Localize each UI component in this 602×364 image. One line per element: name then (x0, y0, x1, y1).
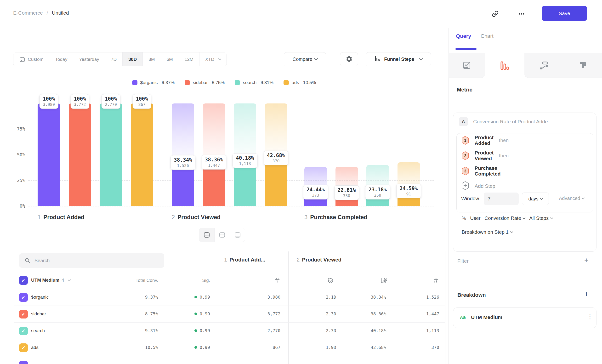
bar-value-label: 22.81%330 (334, 185, 359, 200)
bar-count: 258 (368, 193, 387, 198)
metric-name-row[interactable]: A Conversion Rate of Product Adde... (459, 117, 552, 126)
bar-conversion-pct: 38.36% (205, 157, 223, 163)
column-header-sig[interactable]: Sig. (157, 278, 210, 283)
table-only-view-icon (234, 231, 241, 238)
chevron-down-icon (523, 216, 526, 219)
query-step-2[interactable]: 2Product Viewedthen (461, 150, 509, 161)
cell-step1-count: 2,770 (228, 328, 280, 333)
cell-significance: 0.99 (157, 328, 210, 333)
funnel-bar-ads-step2[interactable] (265, 162, 287, 206)
funnel-bar-search-step1[interactable] (100, 103, 122, 206)
step-hexagon-badge: 3 (461, 166, 469, 176)
column-header-time-to-convert[interactable] (327, 277, 334, 284)
bar-count: 370 (267, 159, 285, 163)
tab-query[interactable]: Query (456, 33, 471, 39)
add-breakdown-button[interactable]: + (584, 290, 589, 298)
chart-kind-tab-flow[interactable] (524, 53, 564, 78)
split-view-button[interactable] (199, 228, 214, 242)
row-label: search (31, 328, 45, 333)
cell-step1-count: 3,772 (228, 311, 280, 316)
row-checkbox[interactable]: ✓ (19, 310, 28, 319)
window-unit-dropdown[interactable]: days (522, 193, 549, 205)
cell-step2-count: 1,526 (387, 295, 439, 300)
funnel-bar-ads-step1[interactable] (131, 103, 153, 206)
table-row-organic[interactable]: ✓$organic9.37%0.993,9802.1D38.34%1,526 (0, 289, 448, 306)
column-header-count[interactable] (433, 277, 439, 283)
search-placeholder: Search (34, 258, 50, 263)
row-label: ads (31, 345, 39, 350)
step-name: Purchase Completed (310, 214, 367, 221)
step-hexagon-badge: 2 (461, 151, 469, 160)
search-input[interactable]: Search (19, 253, 164, 268)
bar-count: 1,447 (205, 163, 223, 168)
table-only-view-button[interactable] (230, 228, 245, 242)
kebab-menu-icon[interactable]: ⋮ (587, 313, 593, 321)
cell-step2-count: 1,447 (387, 311, 439, 316)
view-toggle-group (199, 228, 245, 242)
bar-conversion-pct: 40.18% (236, 155, 254, 161)
cell-conversion-rate: 40.18% (333, 328, 386, 333)
metric-heading: Metric (457, 87, 473, 93)
row-checkbox[interactable]: ✓ (19, 293, 28, 302)
more-menu-button[interactable] (515, 9, 528, 20)
step-number: 3 (304, 214, 307, 221)
bar-count: 3,980 (43, 102, 55, 107)
chevron-down-icon (582, 196, 585, 200)
save-button[interactable]: Save (542, 6, 587, 21)
table-row-sidebar[interactable]: ✓sidebar8.75%0.993,7722.3D38.36%1,447 (0, 306, 448, 322)
row-checkbox[interactable]: ✓ (19, 327, 28, 335)
select-all-checkbox[interactable]: ✓ (19, 276, 28, 285)
y-tick-label: 75% (8, 126, 25, 131)
funnel-bar-sidebar-step2[interactable] (203, 167, 225, 206)
step-name: Product Add... (229, 257, 265, 263)
group-by-count: 4 (62, 278, 64, 283)
table-row-search[interactable]: ✓search9.31%0.992,7702.3D40.18%1,113 (0, 322, 448, 339)
group-by-label: UTM Medium (31, 278, 59, 283)
chart-kind-tab-funnel-bars[interactable] (485, 53, 524, 78)
cohort-grid-icon (579, 61, 588, 70)
svg-text:3: 3 (464, 169, 466, 173)
measure-scope-dropdown[interactable]: All Steps (529, 215, 553, 221)
add-step-button[interactable]: Add Step (461, 181, 495, 191)
share-link-button[interactable] (490, 9, 500, 20)
chart-step-label-2: 2Product Viewed (172, 214, 221, 221)
step-number: 1 (224, 257, 227, 263)
chart-only-view-button[interactable] (214, 228, 230, 242)
advanced-dropdown[interactable]: Advanced (559, 196, 584, 201)
add-filter-button[interactable]: + (584, 257, 589, 264)
tab-chart[interactable]: Chart (481, 33, 494, 39)
table-step-group-title-1: 1Product Add... (224, 257, 265, 263)
column-header-total-conv[interactable]: Total Conv. (105, 278, 158, 283)
column-header-conversion-rate[interactable] (380, 277, 387, 284)
table-row-ads[interactable]: ✓ads10.5%0.998671.9D42.68%370 (0, 339, 448, 356)
cell-conversion-rate: 42.68% (333, 345, 386, 350)
step-then-label: then (499, 138, 509, 143)
column-header-count[interactable] (274, 277, 280, 283)
line-chart-icon (462, 61, 471, 70)
measure-entity[interactable]: User (470, 215, 480, 221)
chart-kind-tab-cohort-grid[interactable] (564, 53, 602, 78)
y-tick-label: 50% (8, 152, 25, 157)
chart-kind-tab-line-chart[interactable] (448, 53, 485, 78)
cell-significance: 0.99 (157, 311, 210, 316)
breakdown-on-dropdown[interactable]: Breakdown on Step 1 (462, 229, 513, 235)
sig-value: 0.99 (200, 311, 210, 316)
sig-dot (194, 329, 197, 332)
step-number: 2 (172, 214, 175, 221)
query-step-3[interactable]: 3Purchase Completed (461, 165, 501, 177)
measure-metric-dropdown[interactable]: Conversion Rate (485, 215, 525, 221)
row-checkbox[interactable]: ✓ (19, 343, 28, 352)
metric-name: Conversion Rate of Product Adde... (473, 119, 552, 125)
funnel-bar-sidebar-step1[interactable] (69, 103, 91, 206)
count-icon (433, 277, 439, 283)
funnel-bar-organic-step1[interactable] (38, 103, 60, 206)
group-by-dropdown[interactable]: UTM Medium4 (31, 278, 70, 283)
funnel-bar-organic-step2[interactable] (172, 167, 194, 206)
bar-value-label: 38.36%1,447 (202, 155, 226, 170)
bar-count: 2,770 (105, 102, 117, 107)
bar-value-label: 23.18%258 (365, 185, 390, 200)
query-step-1[interactable]: 1Product Addedthen (461, 135, 509, 146)
breakdown-item[interactable]: Aa UTM Medium ⋮ (453, 308, 596, 328)
funnel-bar-search-step2[interactable] (234, 165, 256, 206)
window-input[interactable]: 7 (484, 193, 519, 205)
